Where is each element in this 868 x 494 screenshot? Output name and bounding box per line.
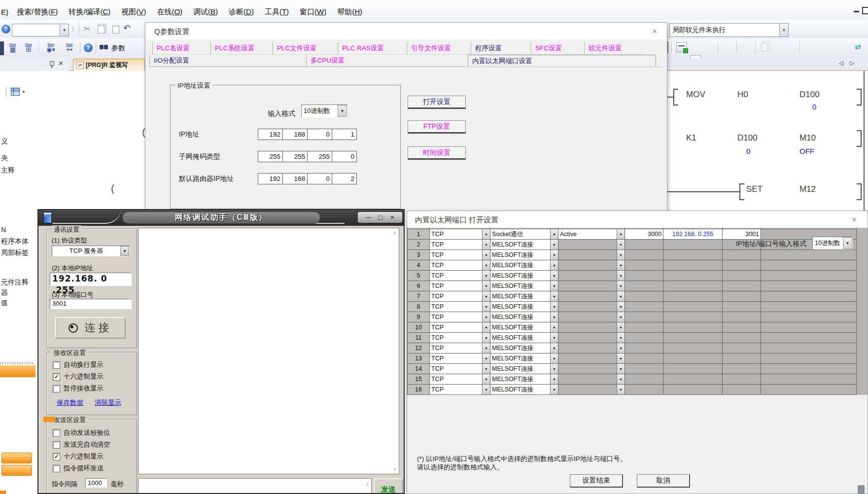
parameter-label[interactable]: 参数	[111, 44, 125, 53]
menu-item-B[interactable]: 调试(B)	[188, 7, 223, 17]
tab-I/O分配设置[interactable]: I/O分配设置	[149, 55, 306, 67]
chevron-down-icon[interactable]: ▼	[617, 281, 625, 291]
chevron-down-icon[interactable]: ▼	[482, 260, 490, 270]
chevron-down-icon[interactable]: ▼	[779, 24, 788, 36]
chevron-down-icon[interactable]: ▼	[482, 281, 490, 291]
FTP设置-button[interactable]: FTP设置	[408, 120, 466, 134]
open-method-dropdown[interactable]: MELSOFT连接▼	[490, 281, 558, 291]
menu-item-T[interactable]: 工具(T)	[259, 7, 294, 17]
help-icon[interactable]: ?	[1, 25, 10, 34]
protocol-dropdown[interactable]: TCP▼	[430, 364, 490, 374]
ip-octet-field[interactable]: 2	[332, 173, 357, 184]
open-method-dropdown[interactable]: MELSOFT连接▼	[490, 385, 558, 395]
ip-octet-field[interactable]: 255	[282, 151, 308, 162]
local-ip-input[interactable]: 192.168. 0 .255	[50, 273, 132, 286]
pin-icon[interactable]	[50, 61, 54, 66]
protocol-dropdown[interactable]: TCP▼	[430, 240, 490, 250]
find-icon[interactable]	[100, 45, 108, 49]
checkbox[interactable]	[53, 441, 60, 449]
chevron-down-icon[interactable]: ▼	[550, 260, 558, 270]
protocol-dropdown[interactable]: TCP▼	[430, 260, 490, 271]
close-icon[interactable]: ×	[852, 215, 857, 225]
quick-find-combobox[interactable]: ▼	[12, 24, 69, 36]
tab-引导文件设置[interactable]: 引导文件设置	[407, 42, 471, 55]
chevron-down-icon[interactable]: ▼	[482, 229, 490, 239]
protocol-dropdown[interactable]: TCP▼	[430, 312, 490, 322]
ladder-operand[interactable]: H0	[737, 90, 748, 100]
scroll-up-icon[interactable]: ∧	[365, 481, 369, 488]
时间设置-button[interactable]: 时间设置	[408, 146, 466, 160]
menu-item-D[interactable]: 诊断(D)	[223, 7, 259, 17]
chevron-down-icon[interactable]: ▼	[617, 271, 625, 281]
send-button[interactable]: 发送	[374, 478, 403, 494]
chevron-down-icon[interactable]: ▼	[550, 291, 558, 301]
protocol-dropdown[interactable]: TCP▼	[430, 302, 490, 312]
tree-item[interactable]: 器	[1, 288, 8, 297]
chevron-down-icon[interactable]: ▼	[482, 322, 490, 332]
menu-item-C[interactable]: 转换/编译(C)	[63, 7, 116, 17]
toolbar-grip-icon[interactable]: ⁞	[72, 26, 74, 33]
chevron-down-icon[interactable]: ▼	[60, 24, 69, 36]
ip-octet-field[interactable]: 168	[282, 129, 308, 140]
window-titlebar[interactable]: 网络调试助手（CⅢ版） ─ □ ×	[38, 210, 404, 226]
chevron-down-icon[interactable]: ▼	[617, 250, 625, 260]
tab-scroll-right-icon[interactable]: ▷	[850, 60, 854, 67]
tab-多CPU设置[interactable]: 多CPU设置	[306, 55, 468, 67]
clear-display-link[interactable]: 清除显示	[95, 398, 121, 407]
menu-item-V[interactable]: 视图(V)	[116, 7, 151, 17]
protocol-dropdown[interactable]: TCP▼	[430, 291, 490, 302]
tab-PLC RAS设置[interactable]: PLC RAS设置	[338, 42, 407, 55]
tab-程序设置[interactable]: 程序设置	[471, 42, 531, 55]
panel-button-bar[interactable]	[1, 465, 32, 476]
tree-label-fragment[interactable]: 夬	[1, 154, 8, 163]
protocol-dropdown[interactable]: TCP▼	[430, 322, 490, 333]
tab-PLC名设置[interactable]: PLC名设置	[152, 42, 210, 55]
ladder-operand[interactable]: D100	[737, 133, 758, 143]
chevron-down-icon[interactable]: ▼	[482, 271, 490, 281]
chevron-down-icon[interactable]: ▼	[550, 312, 558, 322]
chevron-down-icon[interactable]: ▼	[617, 229, 625, 239]
tree-item-program-body[interactable]: 程序本体	[1, 237, 29, 246]
ladder-operand[interactable]: M10	[799, 133, 816, 143]
checkbox[interactable]	[53, 465, 60, 472]
menu-item-H[interactable]: 帮助(H)	[332, 7, 368, 17]
open-method-dropdown[interactable]: MELSOFT连接▼	[490, 353, 558, 364]
chevron-down-icon[interactable]: ▼	[482, 385, 490, 394]
chevron-down-icon[interactable]: ▼	[617, 291, 625, 301]
ip-octet-field[interactable]: 0	[332, 151, 357, 162]
connect-button[interactable]: 连接	[55, 317, 126, 339]
chevron-down-icon[interactable]: ▼	[482, 302, 490, 312]
close-icon[interactable]: ×	[652, 27, 657, 36]
edit-ladder-icon[interactable]	[676, 42, 687, 52]
protocol-type-combobox[interactable]: TCP 服务器 ▼	[52, 246, 130, 256]
scroll-down-icon[interactable]: ∨	[393, 466, 397, 472]
chevron-down-icon[interactable]: ▼	[550, 353, 558, 363]
paste-icon[interactable]	[112, 26, 119, 34]
local-device-mode-combobox[interactable]: 局部软元件未执行 ▼	[669, 23, 789, 37]
close-panel-icon[interactable]: ✕	[58, 60, 64, 67]
chevron-down-icon[interactable]: ▼	[550, 374, 558, 384]
panel-button-bar[interactable]	[1, 453, 32, 463]
chevron-down-icon[interactable]: ▼	[550, 333, 558, 343]
undo-icon[interactable]: ↶	[123, 23, 131, 34]
chevron-down-icon[interactable]: ▼	[550, 322, 558, 332]
tree-item-local-label[interactable]: 局部标签	[1, 248, 29, 257]
open-method-dropdown[interactable]: MELSOFT连接▼	[490, 240, 558, 250]
chevron-down-icon[interactable]: ▼	[617, 385, 625, 394]
ladder-op[interactable]: MOV	[686, 90, 705, 100]
send-input-area[interactable]: ∧	[138, 478, 372, 494]
chevron-down-icon[interactable]: ▼	[482, 333, 490, 343]
open-method-dropdown[interactable]: MELSOFT连接▼	[490, 343, 558, 353]
open-method-dropdown[interactable]: MELSOFT连接▼	[490, 364, 558, 374]
chevron-down-icon[interactable]: ▼	[617, 343, 625, 353]
chevron-down-icon[interactable]: ▼	[617, 353, 625, 363]
open-method-dropdown[interactable]: MELSOFT连接▼	[490, 250, 558, 260]
restore-icon[interactable]	[862, 7, 868, 14]
protocol-dropdown[interactable]: TCP▼	[430, 250, 490, 260]
tab-PLC文件设置[interactable]: PLC文件设置	[273, 42, 338, 55]
chevron-down-icon[interactable]: ▼	[482, 291, 490, 301]
open-method-dropdown[interactable]: MELSOFT连接▼	[490, 333, 558, 343]
target-port-cell[interactable]: 3001	[723, 229, 761, 240]
ip-octet-field[interactable]: 168	[282, 173, 308, 184]
panel-grid-icon[interactable]	[11, 88, 20, 96]
